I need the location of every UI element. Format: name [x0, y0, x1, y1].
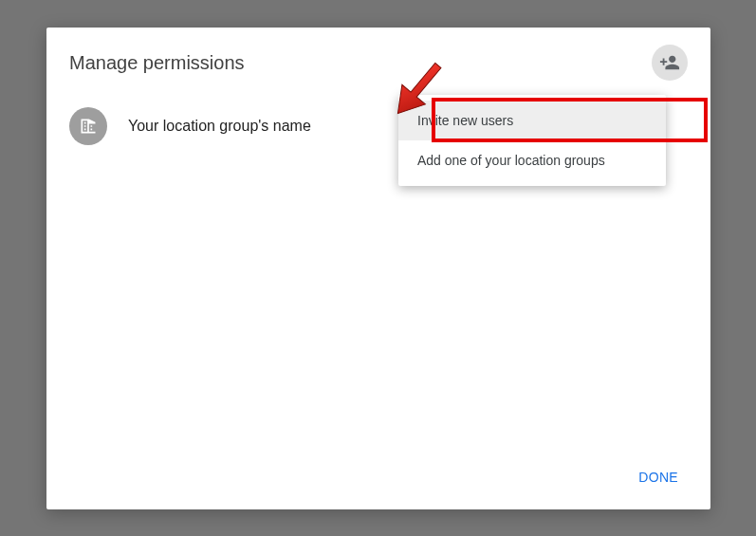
add-menu-dropdown: Invite new users Add one of your locatio…: [398, 95, 666, 186]
add-users-button[interactable]: [652, 45, 688, 81]
building-icon: [69, 107, 107, 145]
menu-item-add-location-group[interactable]: Add one of your location groups: [398, 140, 666, 180]
dialog-header: Manage permissions: [46, 28, 710, 92]
person-add-icon: [659, 52, 680, 73]
done-button[interactable]: DONE: [629, 462, 688, 492]
location-group-name: Your location group's name: [128, 118, 311, 135]
dialog-footer: DONE: [606, 445, 710, 509]
page-title: Manage permissions: [69, 52, 245, 74]
menu-item-invite-users[interactable]: Invite new users: [398, 101, 666, 140]
